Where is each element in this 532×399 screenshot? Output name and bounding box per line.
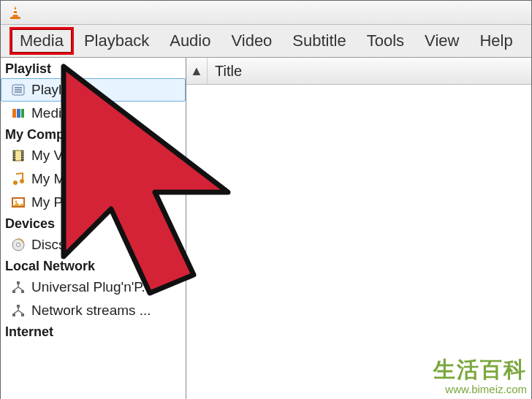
svg-rect-9 bbox=[17, 109, 20, 118]
menu-playback[interactable]: Playback bbox=[74, 27, 159, 56]
svg-rect-10 bbox=[21, 109, 24, 118]
svg-rect-16 bbox=[14, 156, 15, 157]
sidebar-item-label: Discs bbox=[31, 237, 65, 253]
upnp-icon bbox=[11, 280, 26, 294]
sidebar-item-my-music[interactable]: My Music bbox=[1, 167, 186, 191]
sidebar-item-playlist[interactable]: Playlist bbox=[1, 78, 186, 102]
content-area: ▲ Title bbox=[186, 58, 531, 399]
svg-rect-20 bbox=[22, 156, 23, 157]
playlist-icon bbox=[11, 83, 26, 97]
menubar: Media Playback Audio Video Subtitle Tool… bbox=[1, 25, 531, 58]
music-note-icon bbox=[11, 172, 26, 186]
sidebar-item-label: Universal Plug'n'P... bbox=[31, 279, 153, 295]
group-header-playlist: Playlist bbox=[1, 59, 186, 78]
app-body: Playlist Playlist bbox=[1, 58, 531, 399]
sidebar-item-my-pictures[interactable]: My Pictures bbox=[1, 191, 186, 214]
svg-rect-29 bbox=[12, 290, 15, 293]
svg-point-27 bbox=[17, 243, 20, 247]
svg-rect-31 bbox=[17, 305, 20, 308]
sidebar-item-upnp[interactable]: Universal Plug'n'P... bbox=[1, 276, 186, 299]
menu-audio[interactable]: Audio bbox=[159, 27, 221, 56]
svg-marker-0 bbox=[12, 6, 18, 18]
sidebar-item-network-streams[interactable]: Network streams ... bbox=[1, 299, 186, 322]
app-window: Media Playback Audio Video Subtitle Tool… bbox=[0, 0, 532, 399]
sort-indicator-icon[interactable]: ▲ bbox=[186, 58, 208, 84]
sidebar-item-label: My Music bbox=[31, 171, 90, 187]
menu-subtitle[interactable]: Subtitle bbox=[282, 27, 356, 56]
svg-point-23 bbox=[20, 179, 24, 183]
sidebar: Playlist Playlist bbox=[1, 58, 186, 399]
svg-rect-17 bbox=[14, 158, 15, 159]
vlc-cone-icon bbox=[8, 5, 23, 20]
menu-view[interactable]: View bbox=[414, 27, 469, 56]
svg-rect-19 bbox=[22, 153, 23, 155]
sidebar-item-label: My Videos bbox=[31, 148, 96, 164]
svg-rect-30 bbox=[21, 290, 24, 293]
svg-rect-18 bbox=[22, 151, 23, 153]
svg-rect-2 bbox=[12, 13, 18, 15]
sidebar-item-media-library[interactable]: Media Library bbox=[1, 102, 186, 125]
sidebar-item-discs[interactable]: Discs bbox=[1, 233, 186, 256]
menu-media[interactable]: Media bbox=[10, 27, 74, 56]
svg-rect-33 bbox=[21, 314, 24, 316]
disc-icon bbox=[11, 238, 26, 252]
svg-rect-32 bbox=[12, 314, 15, 316]
titlebar bbox=[1, 1, 531, 25]
column-header-title[interactable]: Title bbox=[208, 63, 242, 80]
network-icon bbox=[11, 303, 26, 318]
svg-rect-3 bbox=[10, 17, 20, 19]
group-header-devices: Devices bbox=[1, 214, 186, 233]
sidebar-item-label: My Pictures bbox=[31, 194, 104, 210]
svg-rect-14 bbox=[14, 151, 15, 153]
sidebar-item-label: Playlist bbox=[31, 82, 75, 98]
menu-tools[interactable]: Tools bbox=[357, 27, 414, 56]
svg-rect-8 bbox=[12, 109, 16, 118]
svg-rect-28 bbox=[17, 281, 20, 284]
sidebar-item-label: Network streams ... bbox=[31, 303, 151, 319]
svg-rect-1 bbox=[13, 10, 18, 11]
media-library-icon bbox=[11, 106, 26, 121]
svg-point-25 bbox=[15, 200, 17, 202]
sidebar-item-label: Media Library bbox=[31, 105, 115, 121]
sidebar-item-my-videos[interactable]: My Videos bbox=[1, 144, 186, 167]
svg-point-22 bbox=[13, 180, 18, 185]
picture-icon bbox=[11, 195, 26, 210]
group-header-local-network: Local Network bbox=[1, 256, 186, 276]
group-header-my-computer: My Computer bbox=[1, 125, 186, 144]
group-header-internet: Internet bbox=[1, 322, 186, 341]
svg-rect-15 bbox=[14, 153, 15, 155]
column-header-row: ▲ Title bbox=[186, 58, 531, 85]
svg-rect-21 bbox=[22, 158, 23, 159]
menu-help[interactable]: Help bbox=[469, 27, 522, 56]
menu-video[interactable]: Video bbox=[221, 27, 282, 56]
film-icon bbox=[11, 148, 26, 163]
